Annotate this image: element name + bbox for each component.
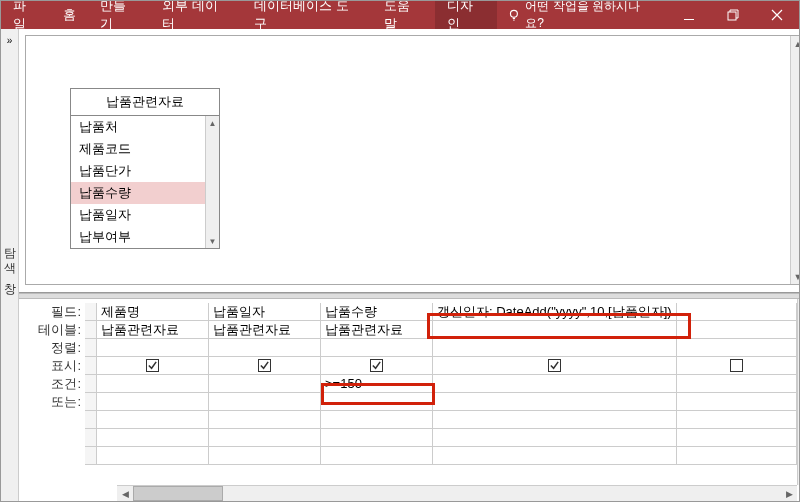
grid-cell-field[interactable]: 갱신일자: DateAdd("yyyy",10,[납품일자]): [433, 303, 677, 321]
checkbox-checked-icon[interactable]: [548, 359, 561, 372]
grid-cell-or[interactable]: [97, 393, 209, 411]
grid-cell-blank[interactable]: [433, 447, 677, 465]
grid-cell-blank[interactable]: [321, 447, 433, 465]
query-design-grid: 필드: 테이블: 정렬: 표시: 조건: 또는: 제품명 납품일자 납품수량 갱…: [19, 299, 800, 501]
grid-cell-blank[interactable]: [209, 429, 321, 447]
scroll-right-icon[interactable]: ▶: [781, 486, 797, 501]
grid-cell-criteria[interactable]: [97, 375, 209, 393]
grid-cell-sort[interactable]: [677, 339, 797, 357]
scroll-down-icon[interactable]: ▼: [791, 269, 800, 284]
grid-cell-table[interactable]: 납품관련자료: [321, 321, 433, 339]
table-scrollbar[interactable]: ▲ ▼: [205, 116, 219, 248]
grid-cell-table[interactable]: [677, 321, 797, 339]
grid-cell-field[interactable]: 제품명: [97, 303, 209, 321]
grid-cell-criteria[interactable]: [209, 375, 321, 393]
grid-cell-blank[interactable]: [321, 429, 433, 447]
window-controls: [667, 1, 799, 29]
row-selector[interactable]: [85, 339, 97, 357]
field-item-selected[interactable]: 납품수량: [71, 182, 219, 204]
grid-cell-criteria[interactable]: >=150: [321, 375, 433, 393]
navigation-pane-collapsed[interactable]: » 탐색 창: [1, 29, 19, 501]
grid-row-labels: 필드: 테이블: 정렬: 표시: 조건: 또는:: [19, 299, 85, 501]
grid-hscroll[interactable]: ◀ ▶: [117, 485, 797, 501]
grid-cell-blank[interactable]: [97, 411, 209, 429]
checkbox-checked-icon[interactable]: [370, 359, 383, 372]
row-selector[interactable]: [85, 321, 97, 339]
menu-home[interactable]: 홈: [51, 1, 88, 29]
field-item[interactable]: 제품코드: [71, 138, 219, 160]
scroll-up-icon[interactable]: ▲: [206, 116, 219, 130]
scroll-down-icon[interactable]: ▼: [206, 234, 219, 248]
field-item[interactable]: 납부여부: [71, 226, 219, 248]
checkbox-checked-icon[interactable]: [146, 359, 159, 372]
row-selector[interactable]: [85, 447, 97, 465]
minimize-button[interactable]: [667, 1, 711, 29]
grid-cell-blank[interactable]: [209, 447, 321, 465]
svg-point-0: [511, 10, 518, 17]
field-item[interactable]: 납품일자: [71, 204, 219, 226]
grid-cell-sort[interactable]: [209, 339, 321, 357]
tell-me-search[interactable]: 어떤 작업을 원하시나요?: [497, 0, 667, 32]
table-title: 납품관련자료: [71, 89, 219, 116]
grid-cell-blank[interactable]: [433, 411, 677, 429]
menu-file[interactable]: 파일: [1, 1, 51, 29]
grid-cell-blank[interactable]: [321, 411, 433, 429]
table-field-list[interactable]: 납품관련자료 납품처 제품코드 납품단가 납품수량 납품일자 납부여부 ▲ ▼: [70, 88, 220, 249]
query-design-upper-pane[interactable]: 납품관련자료 납품처 제품코드 납품단가 납품수량 납품일자 납부여부 ▲ ▼: [19, 29, 800, 293]
grid-cell-blank[interactable]: [677, 429, 797, 447]
menu-create[interactable]: 만들기: [88, 1, 151, 29]
scroll-left-icon[interactable]: ◀: [117, 486, 133, 501]
row-selector[interactable]: [85, 303, 97, 321]
row-selector[interactable]: [85, 357, 97, 375]
grid-cell-blank[interactable]: [97, 447, 209, 465]
menu-design[interactable]: 디자인: [435, 1, 498, 29]
grid-cell-show[interactable]: [97, 357, 209, 375]
checkbox-checked-icon[interactable]: [258, 359, 271, 372]
grid-cell-field[interactable]: [677, 303, 797, 321]
grid-cell-or[interactable]: [677, 393, 797, 411]
menu-external-data[interactable]: 외부 데이터: [150, 1, 242, 29]
grid-cell-criteria[interactable]: [433, 375, 677, 393]
grid-cell-show[interactable]: [209, 357, 321, 375]
grid-cell-or[interactable]: [209, 393, 321, 411]
grid-cell-table[interactable]: [433, 321, 677, 339]
grid-cell-blank[interactable]: [677, 447, 797, 465]
grid-cell-table[interactable]: 납품관련자료: [209, 321, 321, 339]
row-selector[interactable]: [85, 393, 97, 411]
field-item[interactable]: 납품단가: [71, 160, 219, 182]
grid-cell-field[interactable]: 납품일자: [209, 303, 321, 321]
grid-cell-criteria[interactable]: [677, 375, 797, 393]
grid-cell-blank[interactable]: [97, 429, 209, 447]
grid-cell-show[interactable]: [321, 357, 433, 375]
grid-cell-field[interactable]: 납품수량: [321, 303, 433, 321]
grid-cell-table[interactable]: 납품관련자료: [97, 321, 209, 339]
row-selector[interactable]: [85, 375, 97, 393]
navigation-pane-label: 탐색 창: [1, 239, 18, 290]
grid-cell-blank[interactable]: [677, 411, 797, 429]
expand-pane-icon[interactable]: »: [7, 35, 13, 46]
row-selector[interactable]: [85, 411, 97, 429]
grid-cell-or[interactable]: [321, 393, 433, 411]
close-button[interactable]: [755, 1, 799, 29]
scroll-up-icon[interactable]: ▲: [791, 36, 800, 51]
grid-cell-show[interactable]: [677, 357, 797, 375]
grid-cell-sort[interactable]: [433, 339, 677, 357]
scroll-thumb[interactable]: [133, 486, 223, 501]
grid-cell-sort[interactable]: [97, 339, 209, 357]
row-label-show: 표시:: [19, 357, 85, 375]
upper-pane-vscroll[interactable]: ▲ ▼: [790, 36, 800, 284]
field-item[interactable]: 납품처: [71, 116, 219, 138]
row-selector[interactable]: [85, 429, 97, 447]
grid-cell-or[interactable]: [433, 393, 677, 411]
svg-rect-2: [728, 12, 736, 20]
grid-cell-blank[interactable]: [209, 411, 321, 429]
tell-me-label: 어떤 작업을 원하시나요?: [525, 0, 657, 32]
restore-button[interactable]: [711, 1, 755, 29]
row-label-criteria: 조건:: [19, 375, 85, 393]
grid-cell-show[interactable]: [433, 357, 677, 375]
checkbox-unchecked-icon[interactable]: [730, 359, 743, 372]
grid-cell-blank[interactable]: [433, 429, 677, 447]
menu-help[interactable]: 도움말: [372, 1, 435, 29]
menu-db-tools[interactable]: 데이터베이스 도구: [242, 1, 372, 29]
grid-cell-sort[interactable]: [321, 339, 433, 357]
